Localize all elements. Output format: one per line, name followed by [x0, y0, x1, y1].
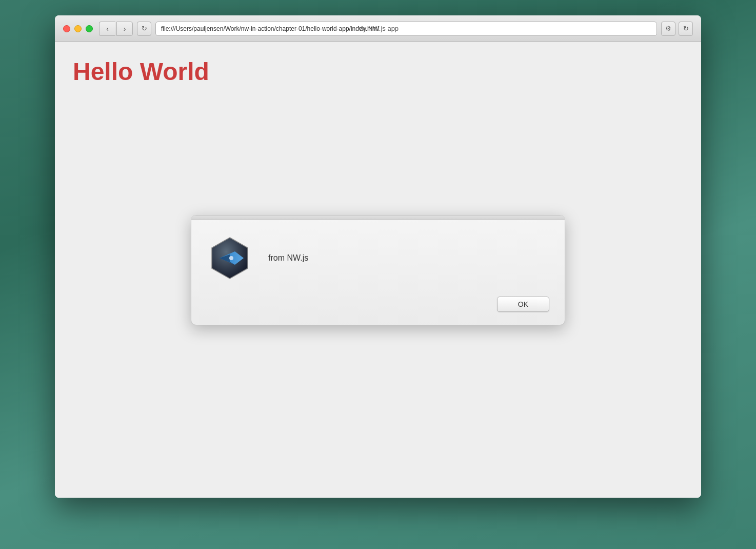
nwjs-app-icon	[207, 235, 253, 281]
browser-reload-icon: ↻	[683, 25, 689, 32]
traffic-lights	[63, 25, 93, 32]
forward-icon: ›	[124, 25, 126, 33]
back-icon: ‹	[106, 25, 109, 33]
ok-button[interactable]: OK	[497, 297, 549, 312]
forward-button[interactable]: ›	[116, 22, 133, 36]
title-bar: ‹ › ↻ file:///Users/pauljensen/Work/nw-i…	[55, 15, 701, 42]
dialog-body: from NW.js	[191, 220, 565, 297]
back-button[interactable]: ‹	[99, 22, 115, 36]
url-text: file:///Users/pauljensen/Work/nw-in-acti…	[161, 25, 379, 32]
dialog-message: from NW.js	[268, 253, 549, 263]
page-content: Hello World	[55, 42, 701, 498]
browser-window: ‹ › ↻ file:///Users/pauljensen/Work/nw-i…	[55, 15, 701, 498]
reload-icon: ↻	[142, 25, 147, 32]
alert-dialog: from NW.js OK	[191, 215, 565, 325]
dialog-overlay: from NW.js OK	[55, 42, 701, 498]
settings-icon: ⚙	[665, 25, 671, 32]
dialog-footer: OK	[191, 297, 565, 325]
minimize-button[interactable]	[74, 25, 82, 32]
browser-reload-button[interactable]: ↻	[679, 22, 693, 36]
close-button[interactable]	[63, 25, 70, 32]
address-bar[interactable]: file:///Users/pauljensen/Work/nw-in-acti…	[155, 22, 657, 36]
nav-buttons: ‹ ›	[99, 22, 133, 36]
maximize-button[interactable]	[86, 25, 93, 32]
svg-point-3	[229, 256, 233, 260]
dialog-top-bar	[191, 215, 565, 220]
window-title: My NW.js app	[357, 25, 399, 32]
reload-button[interactable]: ↻	[137, 22, 151, 36]
settings-button[interactable]: ⚙	[661, 22, 675, 36]
toolbar-right: ⚙ ↻	[661, 22, 693, 36]
